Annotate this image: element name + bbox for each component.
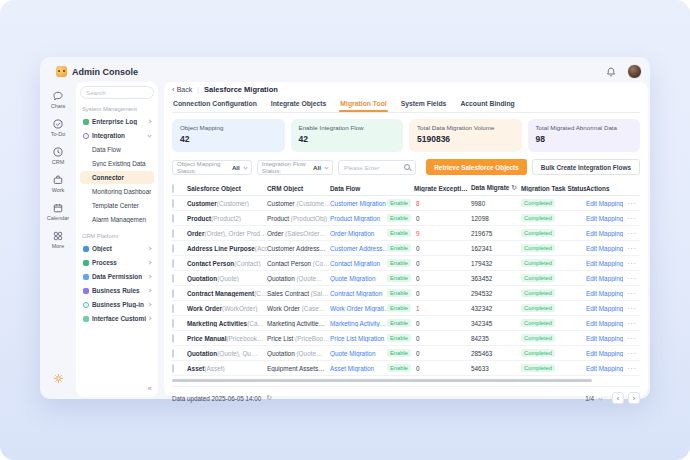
row-checkbox[interactable]	[172, 244, 174, 253]
edit-mapping-link[interactable]: Edit Mapping	[586, 335, 623, 342]
enable-badge[interactable]: Enable	[387, 274, 411, 282]
data-flow-link[interactable]: Price List Migration	[330, 335, 387, 342]
enable-badge[interactable]: Enable	[387, 244, 411, 252]
more-actions-button[interactable]: ···	[627, 215, 636, 222]
sidebar-item-template-center[interactable]: Template Center	[80, 199, 154, 212]
sidebar-collapse-button[interactable]: «	[148, 384, 152, 393]
refresh-icon[interactable]: ↻	[266, 394, 272, 402]
enable-badge[interactable]: Enable	[387, 319, 411, 327]
edit-mapping-link[interactable]: Edit Mapping	[586, 275, 623, 282]
rail-item-calendar[interactable]: Calendar	[47, 202, 69, 221]
notification-bell-icon[interactable]	[605, 66, 617, 78]
refresh-icon[interactable]: ↻	[511, 184, 517, 191]
sidebar-item-data-flow[interactable]: Data Flow	[80, 143, 154, 156]
row-checkbox[interactable]	[172, 289, 174, 298]
enable-badge[interactable]: Enable	[387, 214, 411, 222]
rail-item-work[interactable]: Work	[52, 174, 65, 193]
enable-badge[interactable]: Enable	[387, 199, 411, 207]
row-checkbox[interactable]	[172, 229, 174, 238]
rail-item-chats[interactable]: Chats	[51, 90, 65, 109]
more-actions-button[interactable]: ···	[627, 275, 636, 282]
bulk-create-integration-flows-button[interactable]: Bulk Create Integration Flows	[532, 159, 640, 175]
edit-mapping-link[interactable]: Edit Mapping	[586, 350, 623, 357]
more-actions-button[interactable]: ···	[627, 335, 636, 342]
retrieve-salesforce-objects-button[interactable]: Retrieve Salesforce Objects	[426, 159, 527, 175]
sidebar-item-connector[interactable]: Connector	[80, 171, 154, 184]
more-actions-button[interactable]: ···	[627, 365, 636, 372]
enable-badge[interactable]: Enable	[387, 334, 411, 342]
sidebar-item-interface-customization[interactable]: Interface Customization	[80, 312, 154, 325]
select-all-checkbox[interactable]	[172, 184, 174, 193]
data-flow-link[interactable]: Contract Migration	[330, 290, 387, 297]
prev-page-button[interactable]: ‹	[612, 392, 624, 404]
sidebar-search-input[interactable]: Search	[80, 86, 154, 99]
row-checkbox[interactable]	[172, 199, 174, 208]
row-checkbox[interactable]	[172, 334, 174, 343]
row-checkbox[interactable]	[172, 304, 174, 313]
tab-account-binding[interactable]: Account Binding	[459, 97, 515, 112]
row-checkbox[interactable]	[172, 214, 174, 223]
tab-system-fields[interactable]: System Fields	[400, 97, 448, 112]
row-checkbox[interactable]	[172, 319, 174, 328]
row-checkbox[interactable]	[172, 364, 174, 373]
enable-badge[interactable]: Enable	[387, 304, 411, 312]
sidebar-item-monitoring-dashboard[interactable]: Monitoring Dashboard	[80, 185, 154, 198]
sidebar-item-enterprise-log[interactable]: Enterprise Log	[80, 115, 154, 128]
row-checkbox[interactable]	[172, 274, 174, 283]
enable-badge[interactable]: Enable	[387, 259, 411, 267]
more-actions-button[interactable]: ···	[627, 245, 636, 252]
horizontal-scrollbar[interactable]	[172, 379, 592, 382]
back-chevron-icon[interactable]: ‹	[172, 85, 175, 94]
table-search-input[interactable]: Please Enter	[338, 160, 416, 175]
data-flow-link[interactable]: Work Order Migrati…	[330, 305, 387, 312]
sidebar-item-sync-existing-data[interactable]: Sync Existing Data	[80, 157, 154, 170]
enable-badge[interactable]: Enable	[387, 289, 411, 297]
data-flow-link[interactable]: Quote Migration	[330, 350, 387, 357]
edit-mapping-link[interactable]: Edit Mapping	[586, 320, 623, 327]
object-mapping-status-select[interactable]: Object Mapping Status: All	[172, 160, 252, 175]
data-flow-link[interactable]: Marketing Activity…	[330, 320, 387, 327]
page-select[interactable]: 1/4	[585, 395, 602, 402]
sidebar-item-business-plug-in[interactable]: Business Plug-in	[80, 298, 154, 311]
data-flow-link[interactable]: Order Migration	[330, 230, 387, 237]
more-actions-button[interactable]: ···	[627, 305, 636, 312]
edit-mapping-link[interactable]: Edit Mapping	[586, 365, 623, 372]
data-flow-link[interactable]: Quote Migration	[330, 275, 387, 282]
more-actions-button[interactable]: ···	[627, 230, 636, 237]
rail-item-more[interactable]: More	[52, 230, 65, 249]
integration-flow-status-select[interactable]: Integration Flow Status: All	[257, 160, 333, 175]
next-page-button[interactable]: ›	[628, 392, 640, 404]
edit-mapping-link[interactable]: Edit Mapping	[586, 290, 623, 297]
enable-badge[interactable]: Enable	[387, 364, 411, 372]
enable-badge[interactable]: Enable	[387, 229, 411, 237]
edit-mapping-link[interactable]: Edit Mapping	[586, 260, 623, 267]
settings-gear-icon[interactable]	[52, 371, 65, 389]
enable-badge[interactable]: Enable	[387, 349, 411, 357]
sidebar-item-data-permission[interactable]: Data Permission	[80, 270, 154, 283]
data-flow-link[interactable]: Product Migration	[330, 215, 387, 222]
sidebar-item-object[interactable]: Object	[80, 242, 154, 255]
more-actions-button[interactable]: ···	[627, 200, 636, 207]
sidebar-item-process[interactable]: Process	[80, 256, 154, 269]
rail-item-todo[interactable]: To-Do	[51, 118, 66, 137]
user-avatar[interactable]	[627, 64, 642, 79]
data-flow-link[interactable]: Asset Migration	[330, 365, 387, 372]
edit-mapping-link[interactable]: Edit Mapping	[586, 305, 623, 312]
tab-migration-tool[interactable]: Migration Tool	[339, 97, 387, 112]
edit-mapping-link[interactable]: Edit Mapping	[586, 200, 623, 207]
more-actions-button[interactable]: ···	[627, 320, 636, 327]
row-checkbox[interactable]	[172, 349, 174, 358]
data-flow-link[interactable]: Customer Migration	[330, 200, 387, 207]
more-actions-button[interactable]: ···	[627, 260, 636, 267]
edit-mapping-link[interactable]: Edit Mapping	[586, 245, 623, 252]
row-checkbox[interactable]	[172, 259, 174, 268]
more-actions-button[interactable]: ···	[627, 290, 636, 297]
data-flow-link[interactable]: Customer Address…	[330, 245, 387, 252]
rail-item-crm[interactable]: CRM	[52, 146, 65, 165]
data-flow-link[interactable]: Contact Migration	[330, 260, 387, 267]
edit-mapping-link[interactable]: Edit Mapping	[586, 230, 623, 237]
sidebar-item-business-rules[interactable]: Business Rules	[80, 284, 154, 297]
more-actions-button[interactable]: ···	[627, 350, 636, 357]
back-link[interactable]: Back	[177, 86, 193, 93]
tab-integrate-objects[interactable]: Integrate Objects	[270, 97, 328, 112]
